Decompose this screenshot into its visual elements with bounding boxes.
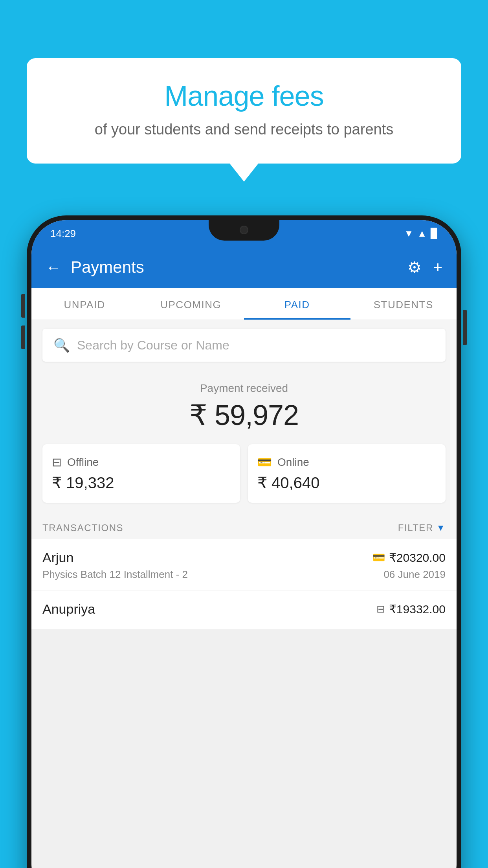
- signal-icon: ▲: [417, 228, 427, 239]
- transaction-item[interactable]: Arjun 💳 ₹20320.00 Physics Batch 12 Insta…: [31, 539, 457, 590]
- transactions-label: TRANSACTIONS: [42, 522, 123, 533]
- transaction-row-top: Anupriya ⊟ ₹19332.00: [42, 601, 446, 617]
- camera: [240, 226, 248, 234]
- power-button: [463, 310, 467, 345]
- tab-paid[interactable]: PAID: [244, 288, 350, 320]
- offline-label: Offline: [67, 456, 99, 469]
- filter-icon: ▼: [437, 523, 446, 533]
- vol-down-button: [21, 326, 25, 349]
- online-label: Online: [277, 456, 309, 469]
- settings-icon[interactable]: ⚙: [407, 258, 422, 276]
- page-title: Payments: [71, 258, 398, 277]
- speech-bubble: Manage fees of your students and send re…: [27, 58, 461, 164]
- transaction-amount-wrap: ⊟ ₹19332.00: [376, 602, 446, 616]
- transactions-list: Arjun 💳 ₹20320.00 Physics Batch 12 Insta…: [31, 539, 457, 630]
- offline-card-header: ⊟ Offline: [52, 455, 231, 469]
- tabs-bar: UNPAID UPCOMING PAID STUDENTS: [31, 288, 457, 320]
- payment-summary-section: Payment received ₹ 59,972: [31, 370, 457, 444]
- payment-amount: ₹ 59,972: [42, 399, 446, 432]
- notch: [209, 220, 279, 241]
- speech-bubble-container: Manage fees of your students and send re…: [27, 58, 461, 164]
- offline-card: ⊟ Offline ₹ 19,332: [42, 444, 240, 503]
- search-icon: 🔍: [53, 337, 70, 353]
- online-card-header: 💳 Online: [257, 455, 436, 469]
- vol-up-button: [21, 294, 25, 318]
- transaction-name: Arjun: [42, 550, 73, 565]
- card-chip-icon: 💳: [372, 552, 385, 564]
- transaction-row-top: Arjun 💳 ₹20320.00: [42, 550, 446, 565]
- filter-button[interactable]: FILTER ▼: [398, 522, 446, 533]
- search-bar[interactable]: 🔍 Search by Course or Name: [42, 329, 446, 362]
- bubble-title: Manage fees: [50, 80, 438, 112]
- transaction-course: Physics Batch 12 Installment - 2: [42, 568, 188, 581]
- offline-icon: ⊟: [52, 455, 62, 469]
- payment-cards-row: ⊟ Offline ₹ 19,332 💳 Online ₹ 40,640: [31, 444, 457, 515]
- rupee-icon: ⊟: [376, 603, 385, 615]
- online-icon: 💳: [257, 455, 272, 469]
- transaction-item[interactable]: Anupriya ⊟ ₹19332.00: [31, 590, 457, 630]
- tab-upcoming[interactable]: UPCOMING: [138, 288, 244, 320]
- status-icons: ▼ ▲ ▉: [404, 228, 438, 239]
- transaction-amount-wrap: 💳 ₹20320.00: [372, 551, 446, 565]
- header-actions: ⚙ +: [407, 258, 442, 276]
- transaction-row-bottom: Physics Batch 12 Installment - 2 06 June…: [42, 568, 446, 581]
- tab-students[interactable]: STUDENTS: [350, 288, 457, 320]
- search-input[interactable]: Search by Course or Name: [77, 338, 229, 353]
- add-icon[interactable]: +: [433, 259, 442, 276]
- transaction-amount: ₹19332.00: [389, 602, 446, 616]
- wifi-icon: ▼: [404, 228, 413, 239]
- online-amount: ₹ 40,640: [257, 474, 436, 492]
- status-time: 14:29: [50, 228, 76, 240]
- phone-screen: 14:29 ▼ ▲ ▉ ← Payments ⚙ + UNPAID UPCOMI…: [31, 220, 457, 868]
- transaction-amount: ₹20320.00: [389, 551, 446, 565]
- transaction-name: Anupriya: [42, 601, 95, 617]
- filter-label: FILTER: [398, 522, 433, 533]
- payment-label: Payment received: [42, 382, 446, 395]
- transaction-date: 06 June 2019: [383, 568, 446, 581]
- battery-icon: ▉: [431, 228, 438, 239]
- bubble-subtitle: of your students and send receipts to pa…: [50, 119, 438, 140]
- search-container: 🔍 Search by Course or Name: [31, 320, 457, 370]
- status-bar: 14:29 ▼ ▲ ▉: [31, 220, 457, 247]
- tab-unpaid[interactable]: UNPAID: [31, 288, 138, 320]
- app-header: ← Payments ⚙ +: [31, 247, 457, 288]
- back-button[interactable]: ←: [46, 259, 61, 276]
- offline-amount: ₹ 19,332: [52, 474, 231, 492]
- transactions-header: TRANSACTIONS FILTER ▼: [31, 515, 457, 539]
- phone-frame: 14:29 ▼ ▲ ▉ ← Payments ⚙ + UNPAID UPCOMI…: [27, 215, 461, 868]
- online-card: 💳 Online ₹ 40,640: [248, 444, 446, 503]
